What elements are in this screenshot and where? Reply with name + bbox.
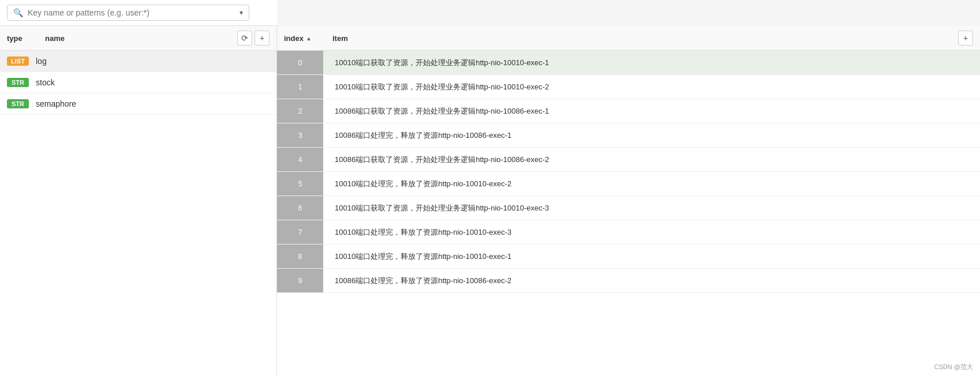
key-list: LISTlogSTRstockSTRsemaphore [0,51,276,376]
chevron-down-icon[interactable]: ▾ [240,9,243,17]
search-bar: 🔍 ▾ [0,0,277,26]
table-row[interactable]: 910086端口处理完，释放了资源http-nio-10086-exec-2 [277,269,980,293]
type-column-header: type [7,34,36,43]
item-cell: 10010端口处理完，释放了资源http-nio-10010-exec-3 [330,221,980,243]
left-header-actions: ⟳ + [237,31,270,46]
list-item[interactable]: STRstock [0,72,276,93]
index-cell: 2 [277,99,323,123]
search-input-wrapper[interactable]: 🔍 ▾ [7,5,249,21]
type-badge: STR [7,99,29,108]
index-cell: 5 [277,172,323,195]
type-badge: LIST [7,57,29,66]
index-cell: 3 [277,123,323,147]
item-cell: 10010端口处理完，释放了资源http-nio-10010-exec-1 [330,246,980,268]
table-row[interactable]: 610010端口获取了资源，开始处理业务逻辑http-nio-10010-exe… [277,196,980,220]
index-cell: 0 [277,51,323,74]
table-row[interactable]: 710010端口处理完，释放了资源http-nio-10010-exec-3 [277,220,980,245]
table-row[interactable]: 110010端口获取了资源，开始处理业务逻辑http-nio-10010-exe… [277,75,980,99]
item-cell: 10086端口处理完，释放了资源http-nio-10086-exec-1 [330,125,980,146]
list-item[interactable]: LISTlog [0,51,276,72]
search-input[interactable] [28,8,235,17]
index-cell: 9 [277,269,323,292]
table-row[interactable]: 810010端口处理完，释放了资源http-nio-10010-exec-1 [277,245,980,269]
table-row[interactable]: 210086端口获取了资源，开始处理业务逻辑http-nio-10086-exe… [277,99,980,123]
key-name-label: stock [36,78,55,87]
list-item[interactable]: STRsemaphore [0,93,276,115]
item-cell: 10086端口处理完，释放了资源http-nio-10086-exec-2 [330,270,980,292]
item-cell: 10010端口处理完，释放了资源http-nio-10010-exec-2 [330,173,980,195]
table-row[interactable]: 510010端口处理完，释放了资源http-nio-10010-exec-2 [277,172,980,196]
main-area: type name ⟳ + LISTlogSTRstockSTRsemaphor… [0,26,980,376]
table-row[interactable]: 410086端口获取了资源，开始处理业务逻辑http-nio-10086-exe… [277,148,980,172]
item-cell: 10010端口获取了资源，开始处理业务逻辑http-nio-10010-exec… [330,197,980,219]
key-name-label: semaphore [36,99,76,108]
table-row[interactable]: 310086端口处理完，释放了资源http-nio-10086-exec-1 [277,123,980,148]
item-cell: 10010端口获取了资源，开始处理业务逻辑http-nio-10010-exec… [330,52,980,74]
search-icon: 🔍 [13,8,23,17]
item-cell: 10086端口获取了资源，开始处理业务逻辑http-nio-10086-exec… [330,149,980,171]
name-column-header: name [45,34,228,43]
table-row[interactable]: 010010端口获取了资源，开始处理业务逻辑http-nio-10010-exe… [277,51,980,75]
right-panel: index ▲ item + 010010端口获取了资源，开始处理业务逻辑htt… [277,26,980,376]
index-cell: 8 [277,245,323,268]
index-cell: 1 [277,75,323,99]
item-cell: 10010端口获取了资源，开始处理业务逻辑http-nio-10010-exec… [330,76,980,98]
item-column-header: item [332,34,956,43]
key-name-label: log [36,57,47,66]
watermark: CSDN @范大 [934,363,973,371]
sort-icon[interactable]: ▲ [306,35,312,42]
item-cell: 10086端口获取了资源，开始处理业务逻辑http-nio-10086-exec… [330,100,980,122]
data-table: 010010端口获取了资源，开始处理业务逻辑http-nio-10010-exe… [277,51,980,376]
index-cell: 6 [277,196,323,220]
index-cell: 4 [277,148,323,171]
main-container: 🔍 ▾ type name ⟳ + LISTlogSTRstockSTRsema… [0,0,980,376]
add-key-button[interactable]: + [255,31,270,46]
refresh-button[interactable]: ⟳ [237,31,252,46]
left-header: type name ⟳ + [0,26,276,51]
index-cell: 7 [277,220,323,244]
left-panel: type name ⟳ + LISTlogSTRstockSTRsemaphor… [0,26,277,376]
type-badge: STR [7,78,29,87]
index-column-header: index ▲ [284,34,330,43]
add-item-button[interactable]: + [958,31,973,46]
right-header: index ▲ item + [277,26,980,51]
